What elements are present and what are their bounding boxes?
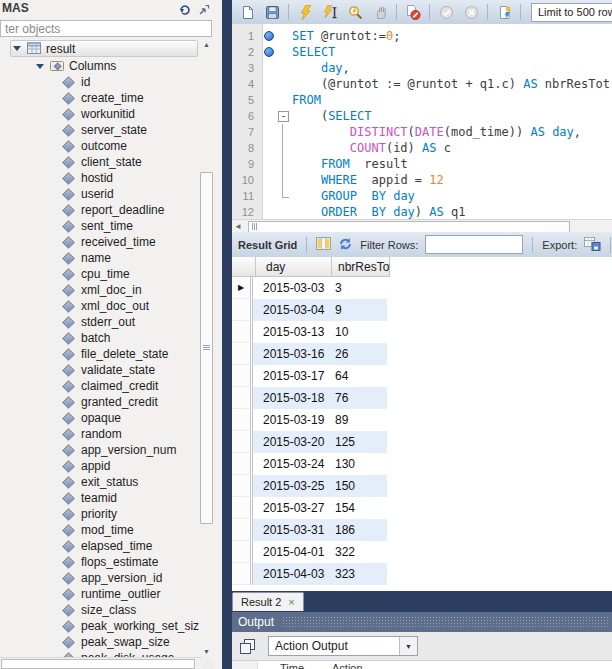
- cell-day[interactable]: 2015-03-17: [253, 365, 329, 387]
- tree-item-column[interactable]: teamid: [0, 490, 200, 506]
- cell-day[interactable]: 2015-04-01: [253, 541, 329, 563]
- tree-item-column[interactable]: validate_state: [0, 362, 200, 378]
- cell-nbrrestot[interactable]: 322: [329, 541, 387, 563]
- stop-query-icon[interactable]: [369, 2, 391, 22]
- cell-day[interactable]: 2015-03-03: [253, 277, 329, 299]
- tree-item-column[interactable]: xml_doc_out: [0, 298, 200, 314]
- row-marker-cell[interactable]: [232, 497, 253, 519]
- tree-item-column[interactable]: peak_disk_usage: [0, 650, 200, 657]
- row-marker-cell[interactable]: [232, 563, 253, 585]
- cell-nbrrestot[interactable]: 10: [329, 321, 387, 343]
- chevron-down-icon[interactable]: ▼: [399, 637, 417, 655]
- tree-item-column[interactable]: sent_time: [0, 218, 200, 234]
- output-column-action[interactable]: Action: [328, 661, 612, 669]
- cell-nbrrestot[interactable]: 9: [329, 299, 387, 321]
- collapse-panel-icon[interactable]: [198, 2, 210, 20]
- panel-splitter[interactable]: [222, 0, 232, 669]
- explain-query-icon[interactable]: [344, 2, 366, 22]
- cell-nbrrestot[interactable]: 186: [329, 519, 387, 541]
- save-icon[interactable]: [261, 2, 283, 22]
- tree-item-columns-folder[interactable]: Columns: [0, 58, 200, 74]
- close-tab-icon[interactable]: ×: [288, 597, 294, 608]
- limit-rows-dropdown[interactable]: Limit to 500 rows: [531, 3, 612, 22]
- column-header-nbrrestot[interactable]: nbrResTot: [332, 257, 390, 277]
- tree-item-column[interactable]: random: [0, 426, 200, 442]
- kill-query-icon[interactable]: [402, 2, 424, 22]
- cell-nbrrestot[interactable]: 3: [329, 277, 387, 299]
- row-marker-cell[interactable]: [232, 365, 253, 387]
- tree-item-column[interactable]: peak_swap_size: [0, 634, 200, 650]
- scrollbar-thumb[interactable]: [200, 172, 213, 524]
- tree-item-column[interactable]: exit_status: [0, 474, 200, 490]
- row-marker-cell[interactable]: [232, 321, 253, 343]
- cell-day[interactable]: 2015-04-03: [253, 563, 329, 585]
- tree-item-column[interactable]: stderr_out: [0, 314, 200, 330]
- tree-item-result[interactable]: result: [10, 40, 198, 57]
- cell-day[interactable]: 2015-03-31: [253, 519, 329, 541]
- cell-day[interactable]: 2015-03-19: [253, 409, 329, 431]
- scroll-left-button[interactable]: ◄: [234, 222, 242, 231]
- cell-day[interactable]: 2015-03-18: [253, 387, 329, 409]
- tree-item-column[interactable]: outcome: [0, 138, 200, 154]
- tab-result-2[interactable]: Result 2 ×: [232, 592, 304, 611]
- chevron-down-icon[interactable]: [13, 46, 21, 51]
- cell-day[interactable]: 2015-03-24: [253, 453, 329, 475]
- tree-item-column[interactable]: report_deadline: [0, 202, 200, 218]
- cell-day[interactable]: 2015-03-20: [253, 431, 329, 453]
- cell-nbrrestot[interactable]: 64: [329, 365, 387, 387]
- execute-statement-icon[interactable]: [319, 2, 341, 22]
- cell-day[interactable]: 2015-03-16: [253, 343, 329, 365]
- tree-item-column[interactable]: priority: [0, 506, 200, 522]
- tree-item-column[interactable]: create_time: [0, 90, 200, 106]
- cell-nbrrestot[interactable]: 26: [329, 343, 387, 365]
- tree-item-column[interactable]: app_version_id: [0, 570, 200, 586]
- tree-item-column[interactable]: server_state: [0, 122, 200, 138]
- column-header-day[interactable]: day: [256, 257, 332, 277]
- tree-item-column[interactable]: userid: [0, 186, 200, 202]
- tree-item-column[interactable]: workunitid: [0, 106, 200, 122]
- tree-item-column[interactable]: file_delete_state: [0, 346, 200, 362]
- row-marker-cell[interactable]: [232, 519, 253, 541]
- row-marker-cell[interactable]: [232, 409, 253, 431]
- tree-item-column[interactable]: name: [0, 250, 200, 266]
- tree-item-column[interactable]: app_version_num: [0, 442, 200, 458]
- tree-item-column[interactable]: xml_doc_in: [0, 282, 200, 298]
- tree-item-column[interactable]: client_state: [0, 154, 200, 170]
- h-scrollbar-thumb[interactable]: [1, 659, 195, 669]
- output-column-time[interactable]: Time: [258, 661, 328, 669]
- cell-day[interactable]: 2015-03-04: [253, 299, 329, 321]
- cell-day[interactable]: 2015-03-27: [253, 497, 329, 519]
- tree-item-column[interactable]: flops_estimate: [0, 554, 200, 570]
- tree-item-column[interactable]: mod_time: [0, 522, 200, 538]
- refresh-grid-icon[interactable]: [338, 237, 353, 253]
- cell-nbrrestot[interactable]: 150: [329, 475, 387, 497]
- tree-item-column[interactable]: received_time: [0, 234, 200, 250]
- scroll-down-button[interactable]: ▼: [200, 645, 213, 657]
- execute-script-icon[interactable]: [294, 2, 316, 22]
- tree-item-column[interactable]: id: [0, 74, 200, 90]
- tree-item-column[interactable]: cpu_time: [0, 266, 200, 282]
- cell-nbrrestot[interactable]: 89: [329, 409, 387, 431]
- tree-item-column[interactable]: batch: [0, 330, 200, 346]
- cell-nbrrestot[interactable]: 323: [329, 563, 387, 585]
- sql-code-editor[interactable]: 1SET @runtot:=0;2SELECT3 day,4 (@runtot …: [232, 24, 612, 219]
- tree-item-column[interactable]: claimed_credit: [0, 378, 200, 394]
- row-marker-cell[interactable]: [232, 387, 253, 409]
- tree-item-column[interactable]: size_class: [0, 602, 200, 618]
- chevron-down-icon[interactable]: [36, 64, 44, 69]
- filter-rows-input[interactable]: [425, 235, 523, 254]
- row-marker-cell[interactable]: [232, 453, 253, 475]
- tree-item-column[interactable]: hostid: [0, 170, 200, 186]
- tree-item-column[interactable]: granted_credit: [0, 394, 200, 410]
- tree-item-column[interactable]: appid: [0, 458, 200, 474]
- tree-item-column[interactable]: elapsed_time: [0, 538, 200, 554]
- output-views-icon[interactable]: [239, 638, 256, 655]
- tree-item-column[interactable]: peak_working_set_siz: [0, 618, 200, 634]
- toggle-autocommit-icon[interactable]: [493, 2, 515, 22]
- fold-collapse-icon[interactable]: -: [278, 111, 289, 122]
- tree-item-column[interactable]: opaque: [0, 410, 200, 426]
- row-marker-cell[interactable]: [232, 431, 253, 453]
- cell-nbrrestot[interactable]: 154: [329, 497, 387, 519]
- row-marker-cell[interactable]: [232, 541, 253, 563]
- tree-item-column[interactable]: runtime_outlier: [0, 586, 200, 602]
